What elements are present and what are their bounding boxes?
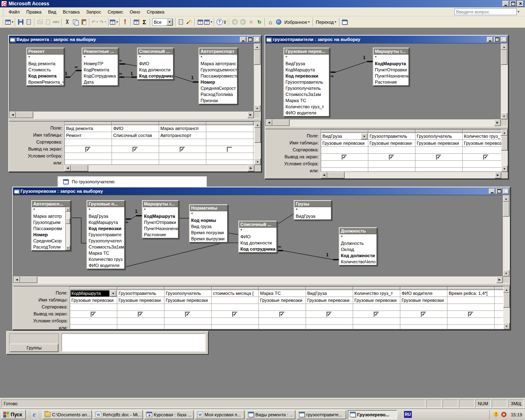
taskbar-task[interactable]: Rehcjdfz.doc - Mi... xyxy=(94,410,143,419)
menu-item[interactable]: Правка xyxy=(23,8,45,16)
qbe-field-cell[interactable]: Количество груз_т xyxy=(463,133,501,139)
scrollbar-thumb[interactable] xyxy=(20,276,37,283)
scroll-left-button[interactable]: ◀ xyxy=(14,276,20,283)
scroll-right-button[interactable]: ▶ xyxy=(495,172,501,178)
favorites-menu[interactable]: Избранное▾ xyxy=(283,18,311,26)
show-checkbox-checked[interactable]: ✓ xyxy=(483,155,488,160)
show-web-toolbar-button[interactable] xyxy=(341,18,349,26)
field-item[interactable]: ПунктОтправки xyxy=(374,67,409,73)
menu-item[interactable]: Вставка xyxy=(59,8,83,16)
field-item[interactable]: * xyxy=(190,211,227,217)
vertical-scrollbar[interactable]: ▲▼ xyxy=(503,195,509,276)
field-list-title[interactable]: Списочный ... xyxy=(239,221,276,228)
vertical-scrollbar[interactable]: ▲▼ xyxy=(501,129,508,172)
field-list-title[interactable]: Грузовые п... xyxy=(87,201,124,207)
field-item[interactable]: Пассажировмести xyxy=(199,73,237,79)
scroll-up-button[interactable]: ▲ xyxy=(501,43,507,50)
qbe-field-cell[interactable]: ФИО водителя xyxy=(401,290,447,297)
field-item[interactable]: Код ремонта xyxy=(27,73,64,79)
qbe-column-header[interactable] xyxy=(495,287,503,290)
ask-question-input[interactable] xyxy=(454,8,517,15)
show-checkbox-checked[interactable]: ✓ xyxy=(279,312,285,317)
field-item[interactable]: * xyxy=(32,207,70,213)
field-item[interactable]: Грузополучател xyxy=(87,238,124,244)
qbe-field-cell[interactable]: Вид ремонта xyxy=(65,126,111,132)
internet-explorer-icon[interactable]: e xyxy=(33,411,36,418)
antivirus-icon[interactable] xyxy=(501,412,507,417)
field-item[interactable]: Грузоотправитель xyxy=(284,79,329,85)
qbe-field-cell[interactable]: Грузоотправитель xyxy=(118,290,164,297)
field-item[interactable]: Стоимость xyxy=(27,67,64,73)
field-item[interactable]: * xyxy=(284,55,329,61)
field-item[interactable]: Грузоподъемност xyxy=(199,67,237,73)
field-dropdown-button[interactable]: ▼ xyxy=(110,290,116,297)
field-item[interactable]: Время погрузки xyxy=(190,230,227,236)
window-title-bar[interactable]: Грузоперевозки : запрос на выборку xyxy=(13,187,510,195)
properties-button[interactable] xyxy=(177,18,185,26)
field-item[interactable]: Код нормы xyxy=(190,217,227,224)
field-item[interactable]: * xyxy=(143,207,178,213)
field-item[interactable]: СтоимостьЗа1км xyxy=(87,244,124,250)
field-list[interactable]: Списочный ...*ФИОКод должностиКод сотруд… xyxy=(137,48,174,80)
scroll-right-button[interactable]: ▶ xyxy=(247,112,254,118)
top-values-combo[interactable]: Все ▼ xyxy=(152,18,173,26)
field-list[interactable]: Автотрансп...*Марка автотрГрузоподъемПас… xyxy=(31,200,71,251)
field-item[interactable]: ВидГруза xyxy=(294,213,331,219)
field-item[interactable]: Марка ТС xyxy=(87,250,124,256)
go-menu[interactable]: Переход▾ xyxy=(314,18,338,26)
scroll-up-button[interactable]: ▲ xyxy=(501,129,508,136)
show-checkbox-checked[interactable]: ✓ xyxy=(180,147,185,152)
field-list-title[interactable]: Списочный ... xyxy=(138,48,173,55)
web-toolbar-drag-handle[interactable] xyxy=(227,18,229,26)
scroll-down-button[interactable]: ▼ xyxy=(503,270,509,276)
scroll-up-button[interactable]: ▲ xyxy=(254,121,261,128)
field-item[interactable]: СредняяСкор xyxy=(32,238,70,244)
qbe-table-cell[interactable]: Грузовые перевозки xyxy=(369,140,415,146)
qbe-column-header[interactable] xyxy=(353,287,400,290)
field-item[interactable]: РасходТоплива xyxy=(199,91,237,98)
field-list[interactable]: Грузовые перев...*ВидГрузаКодМаршрутаКод… xyxy=(283,48,330,117)
field-item[interactable]: Количество груз_т xyxy=(284,104,329,110)
qbe-table-cell[interactable] xyxy=(448,297,494,304)
scroll-up-button[interactable]: ▲ xyxy=(66,207,70,212)
field-item[interactable]: * xyxy=(294,207,331,213)
qbe-table-cell[interactable]: Грузовые перевозки xyxy=(322,140,368,146)
quick-launch-handle[interactable] xyxy=(28,411,30,418)
scrollbar-thumb[interactable] xyxy=(327,172,345,178)
field-item[interactable]: * xyxy=(374,55,409,61)
security-shield-icon[interactable] xyxy=(493,411,499,418)
field-list[interactable]: Грузовые п...*ВидГрузаКодМаршрутаКод пер… xyxy=(87,200,125,269)
menu-item[interactable]: Запрос xyxy=(83,8,104,16)
field-list[interactable]: Должность*ДолжностьОкладКод должностиКол… xyxy=(339,227,377,266)
undo-button[interactable]: ↶▾ xyxy=(91,18,99,26)
spelling-button[interactable]: ABC xyxy=(52,18,60,26)
menu-item[interactable]: Окно xyxy=(126,8,144,16)
vertical-scrollbar[interactable]: ▲▼ xyxy=(254,43,260,112)
combo-dropdown-icon[interactable]: ▼ xyxy=(167,19,173,25)
qbe-table-cell[interactable]: Грузовые перевозки xyxy=(118,297,164,304)
qbe-column-header[interactable] xyxy=(368,130,415,133)
scroll-down-button[interactable]: ▼ xyxy=(254,158,261,165)
scrollbar-track[interactable] xyxy=(16,112,247,118)
database-object-list[interactable] xyxy=(62,333,205,352)
taskbar-task[interactable]: Моя курсовая п... xyxy=(195,410,244,419)
scrollbar-track[interactable] xyxy=(501,50,507,113)
field-item[interactable]: ПунктОтправки xyxy=(143,219,178,226)
field-item[interactable]: * xyxy=(199,55,237,61)
qbe-column-header[interactable] xyxy=(415,130,463,133)
qbe-table-cell[interactable]: Списочный состав xyxy=(112,132,158,139)
field-list[interactable]: Грузы*ВидГруза xyxy=(294,200,332,220)
qbe-table-cell[interactable]: Ремонт xyxy=(65,132,111,139)
field-item[interactable]: ВидГруза xyxy=(87,213,124,219)
show-checkbox[interactable] xyxy=(227,147,232,152)
scroll-left-button[interactable]: ◀ xyxy=(9,112,16,118)
field-item[interactable]: Марка ТС xyxy=(284,98,329,104)
field-item[interactable]: Код должности xyxy=(138,67,173,73)
window-close-button[interactable] xyxy=(254,37,260,42)
scrollbar-thumb[interactable] xyxy=(254,128,261,143)
taskbar-handle[interactable] xyxy=(38,411,40,418)
field-item[interactable]: КодМаршрута xyxy=(374,61,409,67)
qbe-table-cell[interactable]: Грузовые перевозки xyxy=(401,297,447,304)
field-item[interactable]: ВидГруза xyxy=(284,61,329,67)
window-minimize-button[interactable] xyxy=(240,37,246,42)
